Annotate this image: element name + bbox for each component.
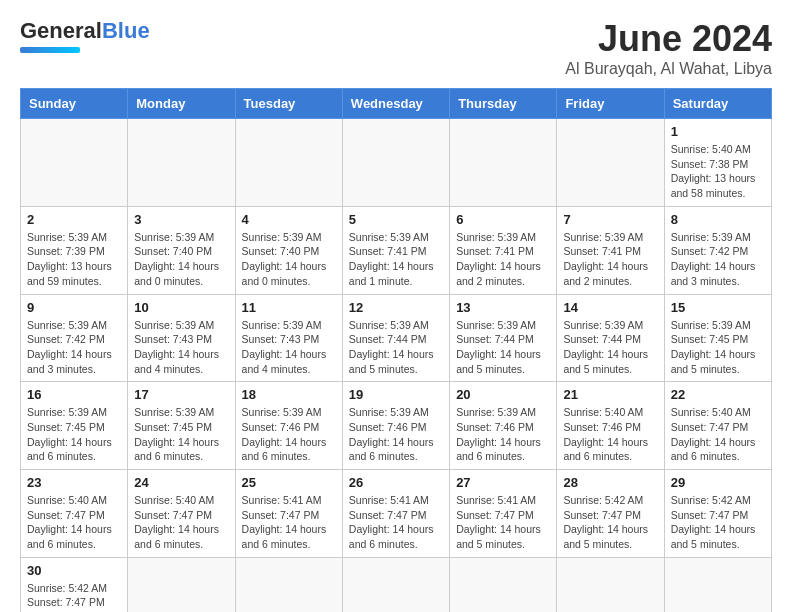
calendar-cell: 2Sunrise: 5:39 AMSunset: 7:39 PMDaylight… (21, 206, 128, 294)
day-info: Sunrise: 5:39 AMSunset: 7:46 PMDaylight:… (456, 405, 550, 464)
calendar-cell: 6Sunrise: 5:39 AMSunset: 7:41 PMDaylight… (450, 206, 557, 294)
calendar-cell: 27Sunrise: 5:41 AMSunset: 7:47 PMDayligh… (450, 470, 557, 558)
day-number: 21 (563, 387, 657, 402)
calendar-cell (664, 557, 771, 612)
day-number: 3 (134, 212, 228, 227)
day-info: Sunrise: 5:40 AMSunset: 7:38 PMDaylight:… (671, 142, 765, 201)
calendar-cell: 26Sunrise: 5:41 AMSunset: 7:47 PMDayligh… (342, 470, 449, 558)
day-info: Sunrise: 5:41 AMSunset: 7:47 PMDaylight:… (242, 493, 336, 552)
calendar-cell (342, 119, 449, 207)
logo: General Blue (20, 18, 150, 53)
day-number: 24 (134, 475, 228, 490)
day-number: 17 (134, 387, 228, 402)
day-number: 18 (242, 387, 336, 402)
page-header: General Blue June 2024 Al Burayqah, Al W… (0, 0, 792, 88)
day-info: Sunrise: 5:39 AMSunset: 7:44 PMDaylight:… (349, 318, 443, 377)
calendar-cell: 30Sunrise: 5:42 AMSunset: 7:47 PMDayligh… (21, 557, 128, 612)
header-day-wednesday: Wednesday (342, 89, 449, 119)
calendar-cell: 22Sunrise: 5:40 AMSunset: 7:47 PMDayligh… (664, 382, 771, 470)
day-number: 16 (27, 387, 121, 402)
logo-general: General (20, 18, 102, 44)
logo-blue: Blue (102, 18, 150, 44)
calendar-week-6: 30Sunrise: 5:42 AMSunset: 7:47 PMDayligh… (21, 557, 772, 612)
day-number: 7 (563, 212, 657, 227)
day-number: 20 (456, 387, 550, 402)
day-number: 13 (456, 300, 550, 315)
calendar-wrapper: SundayMondayTuesdayWednesdayThursdayFrid… (0, 88, 792, 612)
day-number: 25 (242, 475, 336, 490)
day-number: 28 (563, 475, 657, 490)
calendar-cell: 4Sunrise: 5:39 AMSunset: 7:40 PMDaylight… (235, 206, 342, 294)
calendar-cell (450, 119, 557, 207)
day-info: Sunrise: 5:40 AMSunset: 7:47 PMDaylight:… (27, 493, 121, 552)
day-info: Sunrise: 5:40 AMSunset: 7:46 PMDaylight:… (563, 405, 657, 464)
calendar-cell: 25Sunrise: 5:41 AMSunset: 7:47 PMDayligh… (235, 470, 342, 558)
calendar-week-2: 2Sunrise: 5:39 AMSunset: 7:39 PMDaylight… (21, 206, 772, 294)
header-day-thursday: Thursday (450, 89, 557, 119)
day-number: 11 (242, 300, 336, 315)
calendar-cell: 16Sunrise: 5:39 AMSunset: 7:45 PMDayligh… (21, 382, 128, 470)
day-number: 19 (349, 387, 443, 402)
day-number: 26 (349, 475, 443, 490)
calendar-cell: 8Sunrise: 5:39 AMSunset: 7:42 PMDaylight… (664, 206, 771, 294)
day-number: 8 (671, 212, 765, 227)
calendar-cell: 7Sunrise: 5:39 AMSunset: 7:41 PMDaylight… (557, 206, 664, 294)
day-info: Sunrise: 5:42 AMSunset: 7:47 PMDaylight:… (563, 493, 657, 552)
logo-bar (20, 47, 80, 53)
calendar-cell: 10Sunrise: 5:39 AMSunset: 7:43 PMDayligh… (128, 294, 235, 382)
calendar-cell (342, 557, 449, 612)
day-number: 14 (563, 300, 657, 315)
day-number: 2 (27, 212, 121, 227)
calendar-cell: 3Sunrise: 5:39 AMSunset: 7:40 PMDaylight… (128, 206, 235, 294)
day-info: Sunrise: 5:39 AMSunset: 7:41 PMDaylight:… (563, 230, 657, 289)
header-day-tuesday: Tuesday (235, 89, 342, 119)
calendar-cell: 20Sunrise: 5:39 AMSunset: 7:46 PMDayligh… (450, 382, 557, 470)
calendar-cell (128, 119, 235, 207)
calendar-cell (235, 557, 342, 612)
day-number: 23 (27, 475, 121, 490)
day-info: Sunrise: 5:39 AMSunset: 7:43 PMDaylight:… (242, 318, 336, 377)
day-info: Sunrise: 5:41 AMSunset: 7:47 PMDaylight:… (456, 493, 550, 552)
calendar-body: 1Sunrise: 5:40 AMSunset: 7:38 PMDaylight… (21, 119, 772, 613)
calendar-cell: 21Sunrise: 5:40 AMSunset: 7:46 PMDayligh… (557, 382, 664, 470)
calendar-week-1: 1Sunrise: 5:40 AMSunset: 7:38 PMDaylight… (21, 119, 772, 207)
day-number: 9 (27, 300, 121, 315)
calendar-week-4: 16Sunrise: 5:39 AMSunset: 7:45 PMDayligh… (21, 382, 772, 470)
header-day-sunday: Sunday (21, 89, 128, 119)
calendar-cell: 19Sunrise: 5:39 AMSunset: 7:46 PMDayligh… (342, 382, 449, 470)
day-number: 4 (242, 212, 336, 227)
day-info: Sunrise: 5:39 AMSunset: 7:44 PMDaylight:… (456, 318, 550, 377)
day-info: Sunrise: 5:39 AMSunset: 7:45 PMDaylight:… (27, 405, 121, 464)
day-info: Sunrise: 5:39 AMSunset: 7:41 PMDaylight:… (456, 230, 550, 289)
page-title: June 2024 (565, 18, 772, 60)
header-day-monday: Monday (128, 89, 235, 119)
calendar-cell: 29Sunrise: 5:42 AMSunset: 7:47 PMDayligh… (664, 470, 771, 558)
calendar-cell: 5Sunrise: 5:39 AMSunset: 7:41 PMDaylight… (342, 206, 449, 294)
day-info: Sunrise: 5:39 AMSunset: 7:45 PMDaylight:… (671, 318, 765, 377)
calendar-week-5: 23Sunrise: 5:40 AMSunset: 7:47 PMDayligh… (21, 470, 772, 558)
day-number: 30 (27, 563, 121, 578)
day-number: 6 (456, 212, 550, 227)
day-number: 1 (671, 124, 765, 139)
day-info: Sunrise: 5:40 AMSunset: 7:47 PMDaylight:… (671, 405, 765, 464)
day-info: Sunrise: 5:39 AMSunset: 7:46 PMDaylight:… (349, 405, 443, 464)
calendar-cell (235, 119, 342, 207)
day-info: Sunrise: 5:39 AMSunset: 7:40 PMDaylight:… (242, 230, 336, 289)
day-info: Sunrise: 5:39 AMSunset: 7:44 PMDaylight:… (563, 318, 657, 377)
header-day-saturday: Saturday (664, 89, 771, 119)
day-info: Sunrise: 5:39 AMSunset: 7:42 PMDaylight:… (671, 230, 765, 289)
day-info: Sunrise: 5:39 AMSunset: 7:39 PMDaylight:… (27, 230, 121, 289)
day-number: 15 (671, 300, 765, 315)
calendar-cell: 28Sunrise: 5:42 AMSunset: 7:47 PMDayligh… (557, 470, 664, 558)
title-block: June 2024 Al Burayqah, Al Wahat, Libya (565, 18, 772, 78)
calendar-cell: 12Sunrise: 5:39 AMSunset: 7:44 PMDayligh… (342, 294, 449, 382)
calendar-cell: 14Sunrise: 5:39 AMSunset: 7:44 PMDayligh… (557, 294, 664, 382)
day-info: Sunrise: 5:42 AMSunset: 7:47 PMDaylight:… (671, 493, 765, 552)
calendar-table: SundayMondayTuesdayWednesdayThursdayFrid… (20, 88, 772, 612)
calendar-cell: 18Sunrise: 5:39 AMSunset: 7:46 PMDayligh… (235, 382, 342, 470)
page-subtitle: Al Burayqah, Al Wahat, Libya (565, 60, 772, 78)
day-number: 29 (671, 475, 765, 490)
calendar-cell: 13Sunrise: 5:39 AMSunset: 7:44 PMDayligh… (450, 294, 557, 382)
day-number: 22 (671, 387, 765, 402)
day-info: Sunrise: 5:40 AMSunset: 7:47 PMDaylight:… (134, 493, 228, 552)
